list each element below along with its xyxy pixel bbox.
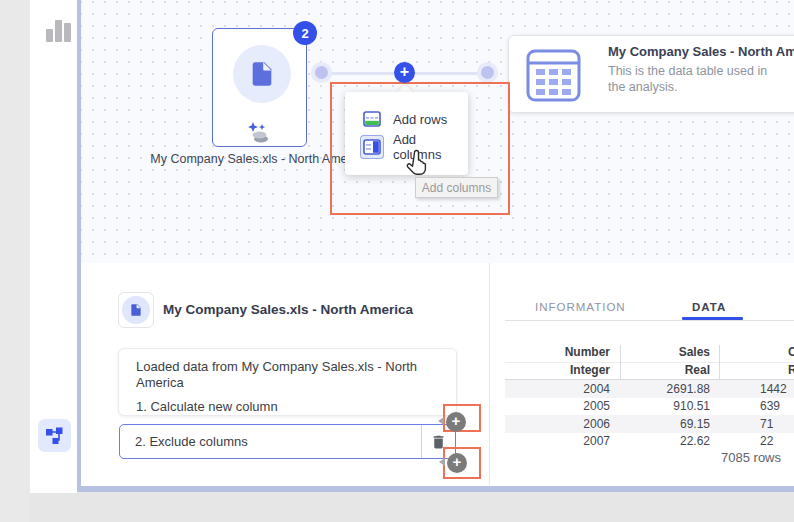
table-row: 2005910.51639	[505, 398, 794, 416]
log-step-text: 1. Calculate new column	[136, 399, 442, 414]
add-transformation-plus-button[interactable]: +	[394, 62, 415, 83]
source-file-card	[118, 292, 154, 328]
load-log-card[interactable]: Loaded data from My Company Sales.xls - …	[118, 348, 457, 416]
menu-item-label: Add rows	[393, 112, 447, 127]
add-columns-icon	[361, 136, 383, 158]
data-table-node-description: This is the data table used in the analy…	[608, 63, 786, 95]
table-row: 20042691.881442	[505, 380, 794, 398]
insert-arrow-icon	[438, 417, 444, 425]
tabs-divider	[505, 320, 794, 321]
panel-bottom-shadow	[77, 486, 794, 492]
transformations-icon	[246, 121, 273, 146]
column-separator	[620, 345, 621, 380]
tab-information[interactable]: INFORMATION	[535, 301, 626, 313]
source-file-node[interactable]	[212, 28, 307, 147]
table-row: 200669.1571	[505, 415, 794, 433]
connection-endpoint-left	[315, 66, 328, 79]
data-table-icon	[526, 48, 581, 103]
step-text: 2. Exclude columns	[120, 434, 421, 449]
collapsed-left-strip	[0, 0, 30, 522]
file-icon	[129, 303, 143, 317]
data-preview-table: 20042691.8814422005910.51639200669.15712…	[505, 380, 794, 446]
table-header-names: NumberSalesC	[505, 345, 794, 362]
log-entry-text: Loaded data from My Company Sales.xls - …	[136, 359, 442, 391]
table-row: 200722.6222	[505, 433, 794, 447]
file-icon-circle	[122, 296, 150, 324]
data-table-node-title: My Company Sales - North America	[608, 44, 794, 59]
bar-chart-bar	[46, 29, 53, 42]
app-window: 2 My Company Sales.xls - North America M…	[0, 0, 794, 522]
sidebar	[30, 0, 77, 493]
source-title: My Company Sales.xls - North America	[163, 302, 413, 317]
insert-step-plus-button-1[interactable]: +	[446, 412, 466, 432]
source-node-circle	[233, 45, 291, 103]
bar-chart-bar	[64, 23, 71, 42]
add-rows-icon	[361, 108, 383, 130]
row-count-label: 7085 rows	[0, 450, 781, 465]
hand-cursor-icon	[405, 149, 431, 179]
step-count-badge: 2	[293, 21, 317, 45]
table-header-types: IntegerRealR	[505, 362, 794, 379]
column-separator	[719, 345, 720, 380]
bar-chart-bar	[55, 20, 62, 42]
data-canvas-button[interactable]	[38, 419, 71, 452]
menu-item-add-rows[interactable]: Add rows	[345, 105, 468, 133]
file-icon	[248, 60, 276, 88]
bar-chart-icon[interactable]	[46, 18, 72, 42]
tab-data[interactable]: DATA	[692, 301, 726, 313]
connection-endpoint-right	[481, 66, 494, 79]
add-columns-tooltip: Add columns	[415, 177, 498, 198]
data-canvas-icon	[45, 426, 64, 445]
